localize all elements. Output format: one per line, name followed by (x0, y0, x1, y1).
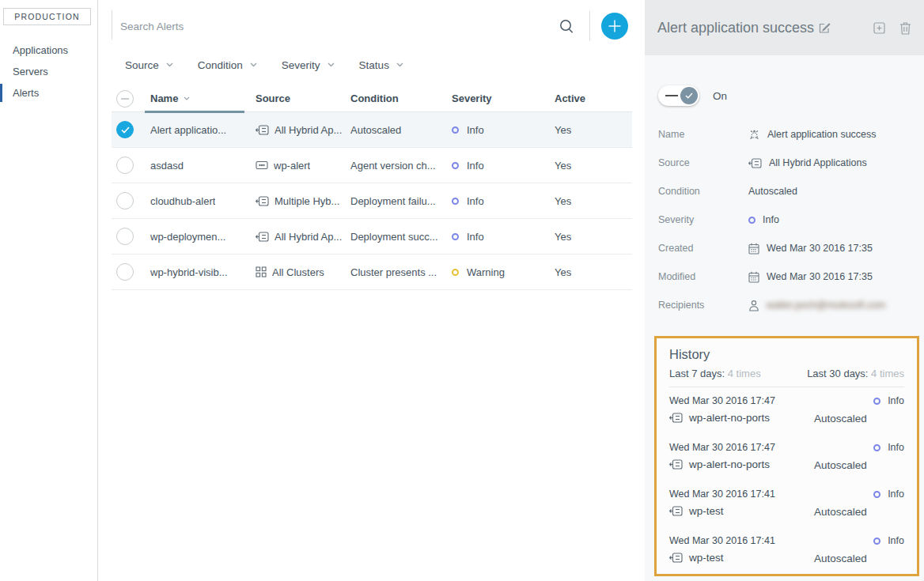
copy-plus-icon (873, 21, 886, 35)
application-icon (669, 506, 683, 516)
alert-condition: Deployment failu... (350, 195, 436, 207)
history-entry: Wed Mar 30 2016 17:47 Info wp-alert-no-p… (669, 434, 904, 481)
table-row[interactable]: wp-hybrid-visib... All Clusters Cluster … (112, 255, 632, 290)
column-header-name[interactable]: Name (145, 92, 256, 104)
column-label: Condition (350, 92, 399, 104)
row-checkbox[interactable] (116, 228, 134, 245)
field-label: Condition (658, 186, 748, 197)
sort-indicator (145, 111, 244, 113)
search-toolbar (99, 0, 645, 52)
filter-label: Status (359, 59, 389, 71)
table-row[interactable]: asdasd wp-alert Agent version ch... Info… (112, 148, 632, 183)
column-label: Active (555, 92, 585, 104)
search-button[interactable] (555, 14, 580, 40)
filter-status[interactable]: Status (359, 59, 403, 71)
row-checkbox-checked[interactable] (116, 121, 134, 138)
history-severity: Info (888, 395, 904, 406)
sidebar-item-servers[interactable]: Servers (0, 61, 97, 82)
field-label: Recipients (658, 300, 748, 311)
cluster-icon (256, 266, 267, 277)
minus-icon (121, 98, 129, 100)
alert-condition: Autoscaled (350, 124, 401, 136)
alert-source: All Hybrid Ap... (275, 231, 342, 243)
toggle-track (665, 95, 678, 96)
toggle-state-label: On (713, 90, 727, 102)
field-source: Source All Hybrid Applications (658, 149, 911, 177)
select-all-checkbox[interactable] (116, 90, 134, 108)
sidebar-item-alerts[interactable]: Alerts (0, 82, 97, 104)
application-icon (256, 125, 269, 135)
severity-info-icon (452, 126, 459, 134)
detail-fields: Name Alert application success Source (658, 120, 911, 319)
sidebar-nav: Applications Servers Alerts (0, 40, 97, 104)
alert-name: asdasd (150, 160, 184, 172)
alert-enabled-toggle-row: On (658, 85, 727, 106)
filter-label: Source (125, 59, 159, 71)
table-row[interactable]: Alert applicatio... All Hybrid Ap... Aut… (112, 112, 632, 148)
alert-active: Yes (555, 160, 571, 172)
alert-enabled-toggle[interactable] (658, 85, 699, 106)
history-entry: Wed Mar 30 2016 17:41 Info wp-test Autos… (669, 527, 904, 574)
history-condition: Autoscaled (814, 459, 867, 471)
alerts-list-pane: Source Condition Severity Status (99, 0, 645, 581)
toggle-knob (680, 87, 698, 104)
plus-icon (607, 18, 623, 34)
application-icon (669, 553, 683, 563)
field-label: Name (658, 129, 748, 140)
filter-label: Condition (198, 59, 243, 71)
person-icon (748, 300, 759, 311)
sidebar-item-label: Alerts (13, 87, 39, 99)
alerts-table: Name Source Condition Severity Active (112, 85, 632, 290)
history-stats: Last 7 days: 4 times Last 30 days: 4 tim… (669, 368, 904, 387)
filter-bar: Source Condition Severity Status (99, 52, 645, 77)
column-header-source[interactable]: Source (256, 92, 350, 104)
field-value-severity: Info (763, 214, 779, 225)
row-checkbox[interactable] (116, 192, 134, 209)
alert-source: All Hybrid Ap... (275, 124, 342, 136)
alert-active: Yes (555, 266, 571, 278)
column-header-severity[interactable]: Severity (452, 92, 555, 104)
table-row[interactable]: wp-deploymen... All Hybrid Ap... Deploym… (112, 219, 632, 255)
field-value-source: All Hybrid Applications (769, 157, 867, 168)
add-alert-button[interactable] (601, 13, 628, 40)
calendar-icon (748, 271, 759, 283)
alert-name: wp-deploymen... (150, 231, 225, 243)
field-label: Modified (658, 271, 748, 282)
history-title: History (669, 347, 904, 362)
row-checkbox[interactable] (116, 157, 134, 174)
edit-title-button[interactable] (819, 22, 831, 34)
application-icon (256, 196, 269, 206)
severity-info-icon (873, 444, 880, 451)
filter-severity[interactable]: Severity (282, 59, 335, 71)
sidebar-item-applications[interactable]: Applications (0, 40, 97, 61)
row-checkbox[interactable] (116, 263, 134, 281)
application-icon (748, 158, 762, 168)
chevron-down-icon (250, 62, 257, 67)
field-label: Source (658, 157, 748, 168)
filter-source[interactable]: Source (125, 59, 173, 71)
alert-name: wp-hybrid-visib... (150, 266, 228, 278)
alert-active: Yes (555, 195, 571, 207)
field-label: Created (658, 243, 748, 254)
history-last7-label: Last 7 days: (669, 368, 725, 379)
alert-severity: Warning (467, 266, 505, 278)
field-value-recipients: walter.poch@mulesoft.com (767, 300, 885, 311)
column-header-condition[interactable]: Condition (350, 92, 452, 104)
environment-selector[interactable]: PRODUCTION (3, 8, 91, 25)
duplicate-alert-button[interactable] (873, 21, 886, 35)
search-input[interactable] (120, 14, 500, 38)
server-icon (256, 160, 268, 170)
column-header-active[interactable]: Active (555, 92, 632, 104)
history-last30: Last 30 days: 4 times (807, 368, 904, 379)
field-value-created: Wed Mar 30 2016 17:35 (767, 243, 873, 254)
alert-source: wp-alert (274, 160, 310, 172)
table-row[interactable]: cloudhub-alert Multiple Hyb... Deploymen… (112, 183, 632, 219)
chevron-down-icon (328, 62, 335, 67)
history-last30-label: Last 30 days: (807, 368, 868, 379)
delete-alert-button[interactable] (899, 21, 911, 35)
filter-condition[interactable]: Condition (198, 59, 257, 71)
history-severity: Info (888, 489, 904, 500)
sidebar-item-label: Servers (13, 66, 48, 77)
history-entry: Wed Mar 30 2016 17:47 Info wp-alert-no-p… (669, 387, 904, 434)
history-last7: Last 7 days: 4 times (669, 368, 761, 379)
